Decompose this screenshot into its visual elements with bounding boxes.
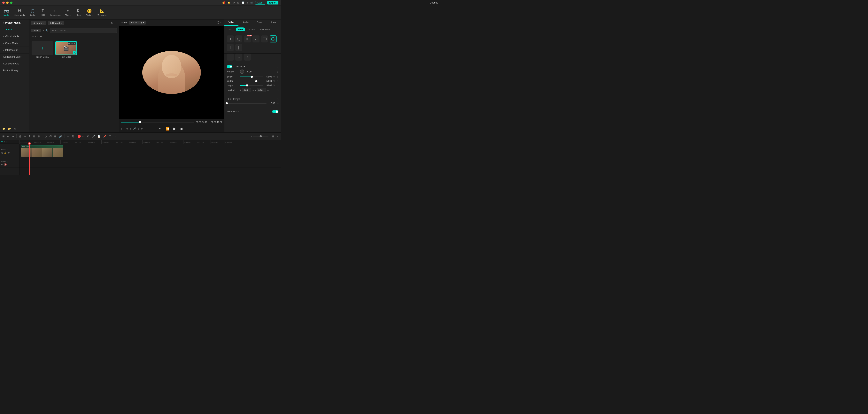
timeline-mark-in[interactable]: ⊲ — [82, 134, 85, 139]
subtab-animation[interactable]: Animation — [258, 28, 272, 31]
timeline-delete-button[interactable]: 🗑 — [18, 134, 23, 139]
toolbar-item-effects[interactable]: ✦ Effects — [63, 7, 73, 18]
transform-keyframe-icon[interactable]: ◇ — [277, 65, 278, 68]
timeline-redo-button[interactable]: ↪ — [11, 134, 15, 139]
track-add-icon[interactable]: ⊕ — [3, 141, 5, 143]
timeline-text-button[interactable]: T — [28, 134, 31, 139]
add-folder-icon[interactable]: 📂 — [7, 127, 12, 131]
tab-color[interactable]: Color — [253, 20, 267, 26]
record-button[interactable]: Record ▾ — [48, 21, 64, 25]
timeline-snap-button[interactable]: ⊣ — [66, 134, 70, 139]
rotate-dial[interactable] — [240, 70, 244, 74]
oval-mask-tool[interactable] — [270, 35, 277, 42]
timeline-undo-button[interactable]: ↩ — [6, 134, 10, 139]
download-mask-tool[interactable]: ⬇ — [227, 35, 234, 42]
expert-button[interactable]: Expert — [267, 1, 278, 4]
media-item-import[interactable]: + Import Media — [32, 41, 53, 58]
audio-track-mute[interactable]: 🔇 — [4, 163, 7, 166]
transform-toggle[interactable] — [227, 65, 232, 68]
subtab-mask[interactable]: Mask — [236, 28, 245, 31]
timeline-voiceover[interactable]: 🎤 — [91, 134, 96, 139]
settings-icon[interactable]: ⚙ — [233, 1, 235, 4]
clock-icon[interactable]: 🕐 — [242, 1, 245, 4]
video-track-lock[interactable]: 🔒 — [4, 151, 7, 154]
pip-icon[interactable]: ⧉ — [220, 21, 222, 24]
more-options-icon[interactable]: ⋯ — [115, 22, 117, 25]
timeline-audio-button[interactable]: 🔊 — [58, 134, 63, 139]
zoom-slider[interactable] — [253, 136, 269, 137]
cart-icon[interactable]: 🛒 — [250, 1, 253, 4]
subtab-ai-tools[interactable]: AI Tools — [246, 28, 257, 31]
snap-icon[interactable]: ⊕ — [1, 141, 3, 143]
timeline-crop-button[interactable]: ⊡ — [37, 134, 40, 139]
sidebar-item-photos-library[interactable]: Photos Library — [0, 67, 29, 74]
width-keyframe-icon[interactable]: ◇ — [277, 80, 278, 82]
position-keyframe-icon[interactable]: ◇ — [277, 89, 278, 91]
grid-icon[interactable]: ⊞ — [237, 1, 239, 4]
test-video-thumb[interactable]: 00:00:16 ✓ 🎬 — [55, 41, 77, 55]
toolbar-item-stickers[interactable]: 😊 Stickers — [84, 7, 95, 18]
sidebar-item-adjustment-layer[interactable]: Adjustment Layer — [0, 54, 29, 60]
sidebar-item-compound-clip[interactable]: Compound Clip — [0, 60, 29, 67]
tab-video[interactable]: Video — [224, 20, 239, 26]
toolbar-item-media[interactable]: 📷 Media — [2, 7, 11, 18]
import-button[interactable]: ⬇ Import ▾ — [31, 21, 46, 25]
mark-out-icon[interactable]: ⊳ — [141, 127, 143, 130]
share-icon[interactable]: ↑ — [247, 1, 248, 4]
bracket-out-icon[interactable]: } — [124, 127, 124, 130]
scale-slider[interactable] — [240, 76, 264, 77]
login-button[interactable]: Login — [255, 1, 265, 5]
timeline-link-button[interactable]: ⛓ — [71, 134, 75, 139]
sidebar-item-influence-kit[interactable]: ▸ Influence Kit — [0, 47, 29, 54]
tab-audio[interactable]: Audio — [239, 20, 252, 26]
snapshot-icon[interactable]: ⊞ — [129, 127, 131, 130]
zoom-in-icon[interactable]: + — [269, 135, 271, 138]
heart-mask-tool[interactable]: ♡ — [235, 54, 242, 61]
position-x-input[interactable] — [242, 88, 251, 92]
collapse-panel-icon[interactable]: ◀ — [13, 127, 16, 131]
timeline-copy[interactable]: 📋 — [97, 134, 101, 139]
pipe2-mask-tool[interactable]: ‖ — [235, 44, 242, 51]
timeline-trim[interactable]: ⊤ — [108, 134, 112, 139]
rotate-keyframe-icon[interactable]: ◇ — [277, 71, 278, 73]
grid-view-button[interactable]: ⊞ — [271, 134, 275, 139]
step-back-button[interactable]: ⏪ — [165, 126, 170, 132]
toolbar-item-filters[interactable]: 🎛 Filters — [73, 7, 83, 17]
notification-icon[interactable]: 🔔 — [227, 1, 230, 4]
skip-back-button[interactable]: ⏮ — [158, 126, 162, 131]
gift-icon[interactable]: 🎁 — [222, 1, 225, 4]
quality-button[interactable]: Full Quality ▾ — [129, 21, 146, 25]
progress-thumb[interactable] — [139, 121, 141, 123]
width-slider[interactable] — [240, 81, 264, 81]
height-keyframe-icon[interactable]: ◇ — [277, 84, 278, 87]
pipe-mask-tool[interactable]: | — [227, 44, 234, 51]
timeline-keyframe-button[interactable]: ◇ — [44, 134, 48, 139]
line-mask-tool[interactable]: ─ — [227, 54, 234, 61]
audio-track-add[interactable]: ⊕ — [1, 163, 3, 166]
timeline-speed-button[interactable]: ⏱ — [48, 134, 53, 139]
track-settings-icon[interactable]: ⊙ — [6, 141, 7, 143]
sidebar-item-cloud-media[interactable]: ▸ Cloud Media — [0, 40, 29, 47]
sidebar-item-global-media[interactable]: ▸ Global Media — [0, 33, 29, 40]
mark-in-icon[interactable]: ⊲ — [126, 127, 128, 130]
toolbar-item-templates[interactable]: 📐 Templates — [96, 7, 109, 18]
timeline-more[interactable]: ⋯ — [113, 134, 117, 139]
close-button[interactable] — [2, 2, 5, 4]
star-mask-tool[interactable]: ☆ — [244, 54, 251, 61]
sidebar-item-project-media[interactable]: ▾ Project Media — [0, 20, 29, 26]
new-folder-icon[interactable]: 📁 — [2, 127, 6, 131]
circle-mask-tool[interactable]: ◯ — [235, 35, 242, 42]
play-button[interactable]: ▶ — [173, 126, 177, 132]
fullscreen-button[interactable] — [10, 2, 12, 4]
voiceover-icon[interactable]: 🎤 — [133, 127, 136, 130]
settings2-icon[interactable]: ⚙ — [137, 127, 140, 130]
blur-slider[interactable] — [227, 103, 267, 104]
timeline-settings[interactable]: ⚙ — [86, 134, 90, 139]
rectangle-mask-tool[interactable] — [261, 35, 268, 42]
sidebar-item-folder[interactable]: Folder — [0, 26, 29, 33]
minimize-button[interactable] — [6, 2, 8, 4]
blur-keyframe-icon[interactable]: ◇ — [277, 98, 278, 100]
position-y-input[interactable] — [257, 88, 266, 92]
tab-speed[interactable]: Speed — [267, 20, 281, 26]
timeline-split-button[interactable]: ✂ — [23, 134, 27, 139]
